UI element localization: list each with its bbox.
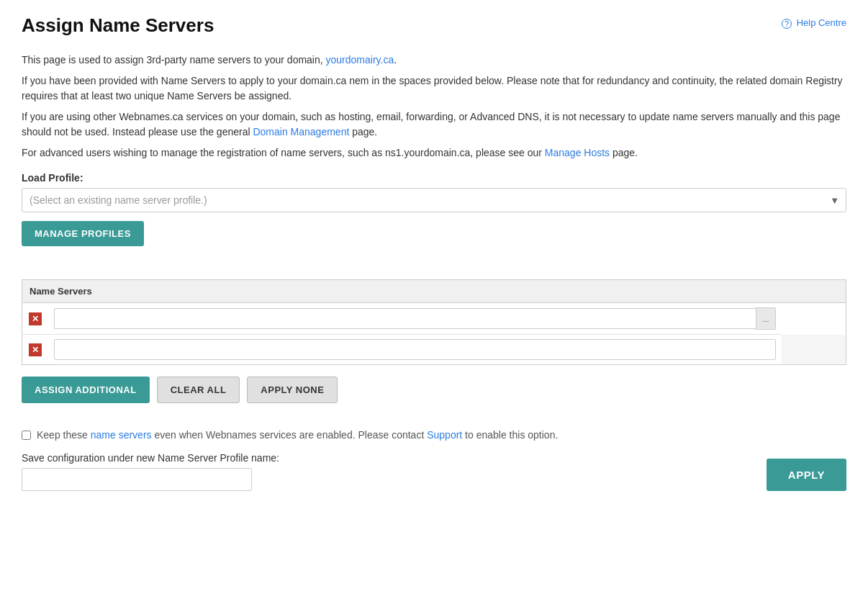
domain-link-1[interactable]: yourdomairy.ca — [326, 54, 394, 66]
ns-input-2[interactable] — [54, 339, 776, 360]
intro-line3: If you are using other Webnames.ca servi… — [22, 109, 846, 140]
ns-input-cell-1: ... — [48, 303, 782, 335]
save-profile-left: Save configuration under new Name Server… — [22, 452, 279, 491]
delete-cell-2: ✕ — [22, 335, 48, 365]
manage-hosts-link[interactable]: Manage Hosts — [545, 147, 610, 158]
table-row: ✕ ... — [22, 303, 846, 335]
clear-all-button[interactable]: CLEAR ALL — [157, 377, 240, 403]
apply-none-button[interactable]: APPLY NONE — [247, 377, 338, 403]
keep-nameservers-checkbox[interactable] — [22, 431, 31, 440]
ns-lookup-button-1[interactable]: ... — [756, 307, 775, 330]
intro-line2: If you have been provided with Name Serv… — [22, 73, 846, 104]
page-title: Assign Name Servers — [22, 14, 846, 37]
question-icon: ? — [782, 19, 792, 29]
domain-management-link[interactable]: Domain Management — [253, 126, 349, 138]
delete-icon-2[interactable]: ✕ — [29, 343, 42, 356]
empty-cell-2 — [782, 335, 846, 365]
assign-additional-button[interactable]: ASSIGN ADDITIONAL — [22, 377, 150, 403]
profile-select-wrapper: (Select an existing name server profile.… — [22, 188, 846, 212]
support-link[interactable]: Support — [427, 429, 462, 441]
keep-nameservers-text: Keep these name servers even when Webnam… — [37, 429, 558, 441]
ns-input-1[interactable] — [54, 308, 756, 329]
keep-nameservers-row: Keep these name servers even when Webnam… — [22, 429, 846, 441]
name-servers-table: Name Servers ✕ ... ✕ — [22, 279, 846, 365]
manage-profiles-button[interactable]: MANAGE PROFILES — [22, 221, 144, 246]
save-profile-input[interactable] — [22, 468, 252, 491]
help-centre-label: Help Centre — [797, 17, 846, 28]
ns-input-cell-2 — [48, 335, 782, 365]
help-centre-link[interactable]: ? Help Centre — [782, 17, 846, 29]
table-row: ✕ — [22, 335, 846, 365]
save-profile-section: Save configuration under new Name Server… — [22, 452, 846, 491]
delete-icon-1[interactable]: ✕ — [29, 312, 42, 325]
apply-button[interactable]: APPLY — [767, 459, 846, 491]
intro-line1: This page is used to assign 3rd-party na… — [22, 53, 846, 68]
action-buttons: ASSIGN ADDITIONAL CLEAR ALL APPLY NONE — [22, 377, 846, 403]
delete-cell-1: ✕ — [22, 303, 48, 335]
save-profile-label: Save configuration under new Name Server… — [22, 452, 279, 464]
name-servers-link[interactable]: name servers — [91, 429, 152, 441]
profile-select[interactable]: (Select an existing name server profile.… — [22, 188, 846, 212]
load-profile-label: Load Profile: — [22, 172, 846, 184]
name-servers-header: Name Servers — [22, 280, 846, 303]
intro-line4: For advanced users wishing to manage the… — [22, 145, 846, 161]
